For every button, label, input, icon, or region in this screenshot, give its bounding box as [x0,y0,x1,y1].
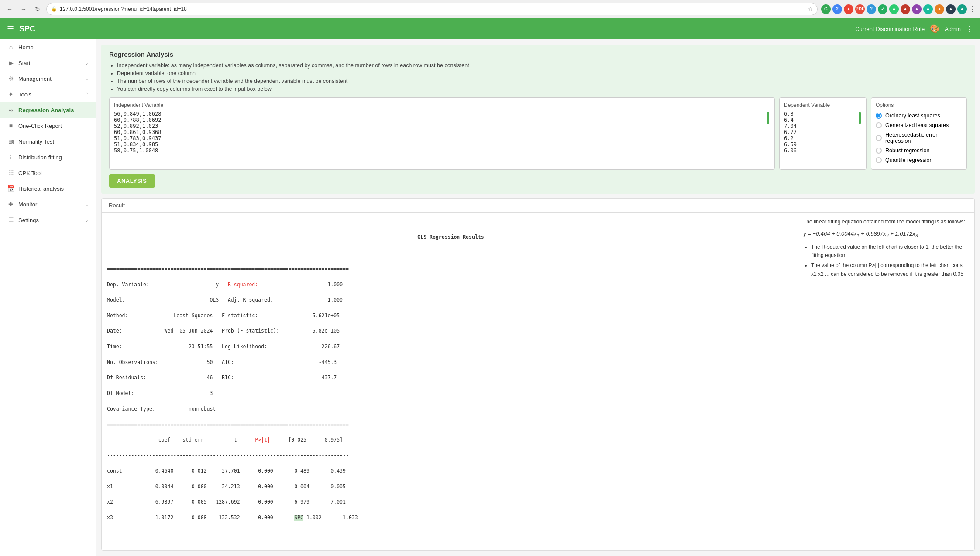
independent-variable-box: Independent Variable 56,0.849,1.0628 60,… [109,97,775,170]
tools-icon: ✦ [7,91,15,98]
lock-icon: 🔒 [51,6,57,12]
browser-bar: ← → ↻ 🔒 127.0.0.1:5001/regression?menu_i… [0,0,980,18]
line-sep2: ========================================… [107,421,349,427]
independent-variable-label: Independent Variable [114,102,770,108]
instruction-1: Independent variable: as many independen… [117,62,967,69]
result-content: OLS Regression Results =================… [102,213,974,550]
line-x3: x3 1.0172 0.008 132.532 0.000 [107,515,294,521]
ext-7[interactable]: ● [889,4,899,14]
result-table-text: ========================================… [107,257,794,529]
ext-5[interactable]: ? [867,4,876,14]
ext-6[interactable]: ✓ [878,4,887,14]
sidebar-item-distribution[interactable]: ⁝ Distribution fitting [0,149,96,165]
chevron-down-icon: ⌄ [85,60,89,66]
result-notes: The R-squared value on the left chart is… [803,243,969,278]
result-section: Result OLS Regression Results ==========… [101,198,975,551]
ext-3[interactable]: ● [844,4,853,14]
line-x2: x2 6.9897 0.005 1287.692 0.000 6.979 7.0… [107,499,346,505]
ext-1[interactable]: G [821,4,831,14]
sidebar-label-settings: Settings [18,217,81,223]
palette-icon[interactable]: 🎨 [930,24,939,34]
equation: y = −0.464 + 0.0044x1 + 6.9897x2 + 1.017… [803,230,969,240]
back-button[interactable]: ← [4,4,15,14]
analysis-button[interactable]: ANALYSIS [109,174,155,188]
chevron-up-icon: ⌃ [85,92,89,97]
line-header2: [0.025 0.975] [270,437,343,443]
sidebar-item-tools[interactable]: ✦ Tools ⌃ [0,86,96,102]
ext-9[interactable]: ● [912,4,922,14]
chevron-down-icon-3: ⌄ [85,202,89,207]
sidebar-label-normality: Normality Test [18,138,89,145]
instruction-2: Dependent variable: one column [117,70,967,76]
sidebar-label-tools: Tools [18,91,81,98]
forward-button[interactable]: → [18,4,29,14]
sidebar-item-settings[interactable]: ☰ Settings ⌄ [0,212,96,228]
monitor-icon: ✚ [7,201,15,208]
sidebar-label-start: Start [18,60,81,66]
result-tab[interactable]: Result [102,199,974,213]
option-robust[interactable]: Robust regression [876,146,962,155]
dependent-variable-label: Dependent Variable [784,102,862,108]
line-cov: Covariance Type: nonrobust [107,406,216,412]
sidebar-item-one-click[interactable]: ■ One-Click Report [0,118,96,134]
discrimination-rule-label: Current Discrimination Rule [855,26,925,32]
line-dfm: Df Model: 3 [107,390,213,396]
ext-4[interactable]: PDF [855,4,865,14]
option-quantile[interactable]: Quantile regression [876,155,962,165]
independent-variable-input[interactable]: 56,0.849,1.0628 60,0.788,1.0692 52,0.892… [114,111,770,163]
ext-11[interactable]: ● [935,4,944,14]
radio-robust[interactable] [876,148,882,154]
options-label: Options [876,102,962,108]
app-title: SPC [19,24,855,34]
ext-10[interactable]: ● [923,4,933,14]
result-note-1: The R-squared value on the left chart is… [811,243,969,260]
header-right: Current Discrimination Rule 🎨 Admin ⋮ [855,24,973,34]
ext-12[interactable]: ● [946,4,956,14]
option-gls[interactable]: Generalized least squares [876,120,962,130]
r-squared-label: R-squared: [228,281,258,288]
radio-quantile[interactable] [876,157,882,163]
sidebar-item-start[interactable]: ▶ Start ⌄ [0,55,96,71]
normality-icon: ▩ [7,138,15,145]
option-ols-label: Ordinary least squares [885,113,940,119]
radio-ols[interactable] [876,113,882,119]
sidebar-item-historical[interactable]: 📅 Historical analysis [0,181,96,196]
radio-gls[interactable] [876,122,882,128]
result-info: The linear fitting equation obtained fro… [803,218,969,545]
line-x1: x1 0.0044 0.000 34.213 0.000 0.004 0.005 [107,484,346,490]
ext-13[interactable]: ● [957,4,967,14]
scrollbar-independent [767,112,769,124]
distribution-icon: ⁝ [7,154,15,161]
sidebar-item-monitor[interactable]: ✚ Monitor ⌄ [0,196,96,212]
sidebar-item-management[interactable]: ⚙ Management ⌄ [0,71,96,86]
sidebar-item-cpk[interactable]: ☷ CPK Tool [0,165,96,181]
management-icon: ⚙ [7,75,15,82]
option-ols[interactable]: Ordinary least squares [876,111,962,120]
admin-menu-icon[interactable]: ⋮ [966,25,973,33]
option-robust-label: Robust regression [885,148,929,154]
reload-button[interactable]: ↻ [32,4,43,14]
line-method: Method: Least Squares F-statistic: 5.621… [107,312,340,319]
sidebar-label-management: Management [18,76,81,82]
historical-icon: 📅 [7,185,15,192]
home-icon: ⌂ [7,44,15,51]
options-box: Options Ordinary least squares Generaliz… [871,97,967,170]
sidebar-label-monitor: Monitor [18,201,81,208]
url-bar[interactable]: 🔒 127.0.0.1:5001/regression?menu_id=14&p… [46,3,818,15]
dependent-variable-input[interactable]: 6.8 6.4 7.04 6.77 6.2 6.59 6.06 [784,111,862,163]
radio-het[interactable] [876,135,882,141]
equation-text: The linear fitting equation obtained fro… [803,218,969,226]
sidebar: ⌂ Home ▶ Start ⌄ ⚙ Management ⌄ ✦ Tools … [0,39,96,556]
sidebar-item-regression[interactable]: ∞ Regression Analysis [0,102,96,118]
sidebar-label-home: Home [18,44,89,51]
hamburger-icon[interactable]: ☰ [7,24,14,34]
ext-more[interactable]: ⋮ [969,5,976,13]
line-const: const -0.4640 0.012 -37.701 0.000 -0.489… [107,468,346,474]
ext-8[interactable]: ● [901,4,910,14]
main-content: Regression Analysis Independent variable… [96,39,980,556]
option-het[interactable]: Heteroscedastic error regression [876,130,962,146]
sidebar-item-normality[interactable]: ▩ Normality Test [0,134,96,149]
ext-2[interactable]: 2 [832,4,842,14]
sidebar-item-home[interactable]: ⌂ Home [0,39,96,55]
admin-label: Admin [945,26,961,32]
